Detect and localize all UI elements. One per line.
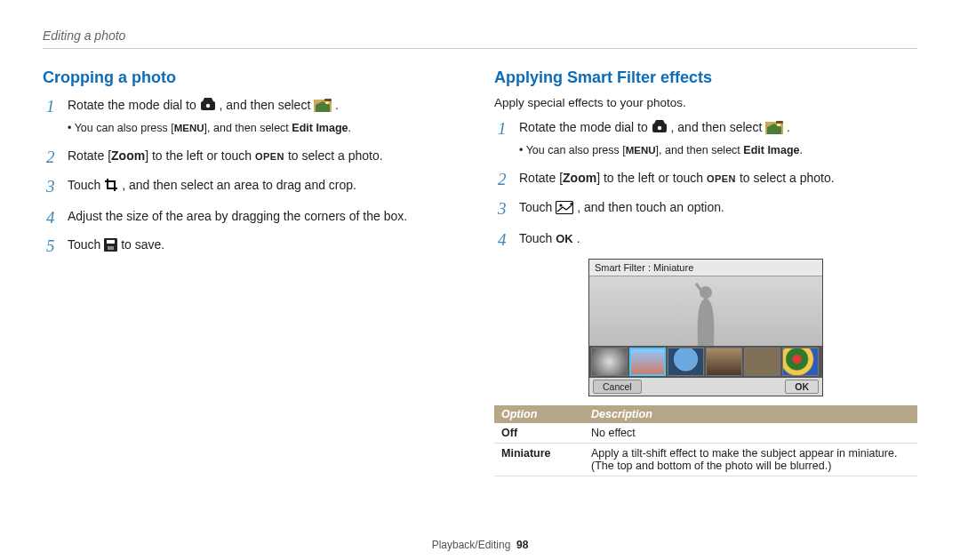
- camera-preview-area: [589, 276, 822, 346]
- zoom-label: Zoom: [111, 148, 145, 163]
- text: , and then select: [671, 120, 766, 134]
- footer-section: Playback/Editing: [432, 539, 511, 551]
- text: Touch: [68, 237, 104, 252]
- text: .: [787, 120, 790, 134]
- filter-thumbnail-strip: [589, 346, 822, 378]
- text: , and then select an area to drag and cr…: [122, 178, 356, 192]
- table-header-description: Description: [584, 405, 917, 423]
- svg-point-2: [205, 104, 209, 108]
- text: , and then select: [220, 98, 315, 112]
- svg-point-18: [560, 204, 563, 206]
- breadcrumb: Editing a photo: [43, 28, 917, 49]
- option-desc: No effect: [584, 423, 917, 444]
- text: to select a photo.: [284, 148, 383, 163]
- edit-tool-icon: [765, 120, 783, 139]
- filter-step-2: Rotate [Zoom] to the left or touch OPEN …: [494, 169, 917, 187]
- svg-rect-6: [324, 99, 332, 101]
- text: .: [577, 231, 580, 245]
- text: Touch: [519, 200, 556, 214]
- text: ] to the left or touch: [145, 148, 255, 163]
- cropping-title: Cropping a photo: [43, 68, 466, 87]
- option-name: Miniature: [494, 443, 584, 476]
- camera-cancel-button[interactable]: Cancel: [593, 380, 642, 394]
- page-footer: Playback/Editing 98: [0, 539, 960, 551]
- smartfilter-intro: Apply special effects to your photos.: [494, 96, 917, 109]
- text: ], and then select: [656, 144, 744, 156]
- svg-marker-11: [654, 120, 665, 124]
- text: You can also press [: [75, 122, 174, 134]
- text: Rotate the mode dial to: [519, 120, 652, 134]
- camera-screen-title: Smart Filter : Miniature: [589, 260, 822, 276]
- smartfilter-title: Applying Smart Filter effects: [494, 68, 917, 87]
- text: .: [348, 122, 351, 134]
- camera-ok-button[interactable]: OK: [785, 380, 819, 394]
- table-row: Off No effect: [494, 423, 917, 444]
- camera-preview-screen: Smart Filter : Miniature: [588, 259, 823, 396]
- text: ], and then select: [204, 122, 292, 134]
- filter-thumb[interactable]: [668, 348, 704, 376]
- text: , and then touch an option.: [577, 200, 724, 214]
- crop-step-3: Touch , and then select an area to drag …: [43, 176, 466, 196]
- filter-step-4: Touch OK .: [494, 229, 917, 248]
- crop-icon: [104, 178, 118, 196]
- text: Rotate [: [519, 171, 563, 185]
- svg-marker-1: [203, 98, 213, 101]
- text: You can also press [: [526, 144, 626, 156]
- menu-button-label: MENU: [626, 145, 656, 156]
- svg-rect-8: [107, 240, 115, 244]
- zoom-label: Zoom: [563, 171, 596, 185]
- text: Rotate the mode dial to: [68, 98, 200, 112]
- text: to save.: [121, 237, 164, 252]
- crop-step-4: Adjust the size of the area by dragging …: [43, 207, 466, 225]
- option-name: Off: [494, 423, 584, 444]
- svg-text:✦: ✦: [569, 201, 573, 207]
- edit-image-label: Edit Image: [292, 122, 348, 134]
- crop-step-1: Rotate the mode dial to , and then selec…: [43, 96, 466, 136]
- menu-button-label: MENU: [174, 123, 204, 133]
- right-column: Applying Smart Filter effects Apply spec…: [494, 68, 917, 476]
- crop-step-2: Rotate [Zoom] to the left or touch OPEN …: [43, 147, 466, 164]
- filter-options-table: Option Description Off No effect Miniatu…: [494, 405, 917, 476]
- filter-thumb-selected[interactable]: [629, 348, 666, 376]
- text: to select a photo.: [736, 171, 835, 185]
- open-label: OPEN: [255, 151, 284, 162]
- filter-image-icon: ✦: [556, 201, 573, 219]
- footer-page-number: 98: [516, 539, 528, 551]
- table-row: Miniature Apply a tilt-shift effect to m…: [494, 443, 917, 476]
- mode-dial-icon: [652, 120, 668, 139]
- text: Rotate [: [68, 148, 111, 163]
- filter-step-1: Rotate the mode dial to , and then selec…: [494, 118, 917, 158]
- text: .: [335, 98, 339, 112]
- edit-tool-icon: [314, 98, 332, 116]
- text: .: [800, 144, 803, 156]
- filter-step-1-note: You can also press [MENU], and then sele…: [519, 142, 917, 158]
- text: Touch: [68, 178, 104, 192]
- filter-thumb[interactable]: [706, 348, 742, 376]
- crop-step-1-note: You can also press [MENU], and then sele…: [68, 120, 466, 136]
- filter-thumb[interactable]: [591, 348, 628, 376]
- option-desc: Apply a tilt-shift effect to make the su…: [584, 443, 917, 476]
- filter-step-3: Touch ✦ , and then touch an option.: [494, 198, 917, 219]
- left-column: Cropping a photo Rotate the mode dial to…: [43, 68, 466, 476]
- ok-button-label: OK: [556, 232, 573, 245]
- edit-image-label: Edit Image: [743, 144, 799, 156]
- svg-rect-9: [108, 246, 114, 250]
- open-label: OPEN: [707, 173, 736, 184]
- crop-step-5: Touch to save.: [43, 236, 466, 256]
- svg-rect-16: [776, 121, 783, 124]
- text: Touch: [519, 231, 556, 245]
- text: ] to the left or touch: [596, 171, 707, 185]
- person-silhouette-icon: [689, 282, 723, 346]
- mode-dial-icon: [200, 98, 216, 116]
- svg-point-12: [657, 126, 660, 130]
- save-icon: [104, 238, 117, 256]
- table-header-option: Option: [494, 405, 584, 423]
- filter-thumb[interactable]: [744, 348, 780, 376]
- filter-thumb[interactable]: [782, 348, 819, 376]
